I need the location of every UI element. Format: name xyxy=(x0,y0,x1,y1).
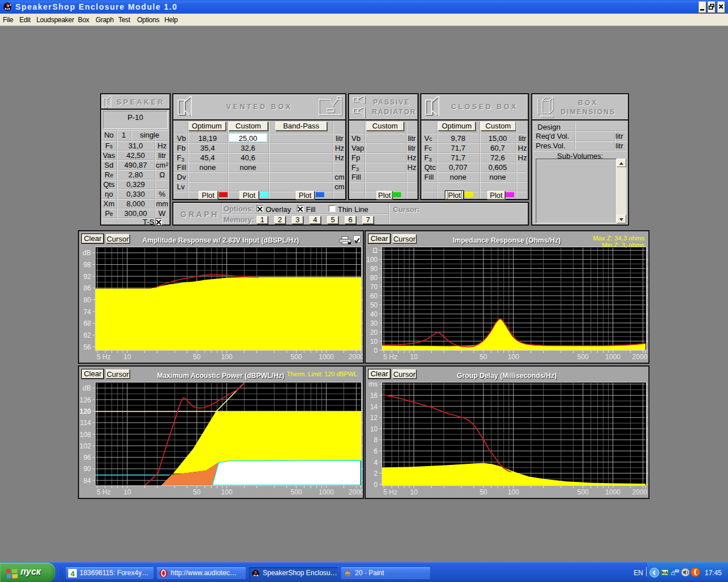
svg-text:90: 90 xyxy=(84,465,92,473)
svg-text:5 Hz: 5 Hz xyxy=(97,488,111,496)
svg-text:108: 108 xyxy=(80,431,91,439)
svg-text:1000: 1000 xyxy=(605,488,621,496)
svg-text:98: 98 xyxy=(84,261,92,269)
svg-text:14: 14 xyxy=(370,403,378,411)
svg-text:80: 80 xyxy=(84,296,92,304)
svg-text:4: 4 xyxy=(71,569,75,578)
svg-text:4: 4 xyxy=(374,459,378,467)
svg-text:16: 16 xyxy=(370,392,378,400)
svg-text:50: 50 xyxy=(193,353,201,361)
svg-text:500: 500 xyxy=(577,353,589,361)
svg-text:0: 0 xyxy=(374,347,378,355)
svg-text:100: 100 xyxy=(508,353,519,361)
svg-text:Min Z: 3, ohms: Min Z: 3, ohms xyxy=(602,242,644,248)
svg-text:2: 2 xyxy=(374,469,378,477)
svg-text:120: 120 xyxy=(80,408,91,415)
svg-text:Impedance Response (Ohms/Hz): Impedance Response (Ohms/Hz) xyxy=(453,236,561,244)
svg-text:126: 126 xyxy=(80,396,91,404)
svg-text:56: 56 xyxy=(84,343,92,351)
svg-text:40: 40 xyxy=(370,310,378,318)
svg-text:Ω: Ω xyxy=(373,247,378,255)
svg-text:2000: 2000 xyxy=(632,353,648,361)
svg-text:100: 100 xyxy=(366,256,378,264)
svg-text:50: 50 xyxy=(479,353,487,361)
svg-text:68: 68 xyxy=(84,319,92,327)
svg-text:100: 100 xyxy=(221,353,233,361)
svg-text:dB: dB xyxy=(82,384,91,392)
svg-text:30: 30 xyxy=(370,319,378,327)
svg-text:2000: 2000 xyxy=(632,488,648,496)
svg-text:102: 102 xyxy=(80,442,91,450)
svg-text:50: 50 xyxy=(193,488,201,496)
svg-text:5 Hz: 5 Hz xyxy=(97,353,111,361)
svg-text:1000: 1000 xyxy=(605,353,621,361)
svg-text:Group Delay (Milliseconds/Hz): Group Delay (Milliseconds/Hz) xyxy=(457,372,556,380)
svg-text:5 Hz: 5 Hz xyxy=(383,488,398,496)
svg-text:84: 84 xyxy=(84,477,92,485)
svg-text:ms: ms xyxy=(369,380,378,388)
svg-text:10: 10 xyxy=(123,488,131,496)
svg-text:100: 100 xyxy=(221,488,233,496)
svg-text:5 Hz: 5 Hz xyxy=(383,353,398,361)
svg-text:NA: NA xyxy=(662,570,668,575)
svg-text:80: 80 xyxy=(370,274,378,282)
svg-text:92: 92 xyxy=(84,273,92,281)
svg-text:Therm. Limit: 120 dBPWL: Therm. Limit: 120 dBPWL xyxy=(287,371,357,377)
svg-text:96: 96 xyxy=(84,454,92,462)
svg-text:90: 90 xyxy=(370,265,378,273)
svg-text:10: 10 xyxy=(410,488,418,496)
svg-text:dB: dB xyxy=(82,249,91,257)
svg-text:Amplitude Response w/ 2.83V In: Amplitude Response w/ 2.83V Input (dBSPL… xyxy=(142,236,299,244)
svg-text:114: 114 xyxy=(80,419,91,427)
svg-text:6: 6 xyxy=(374,447,378,455)
svg-text:1000: 1000 xyxy=(318,488,334,496)
svg-text:12: 12 xyxy=(370,414,378,422)
svg-text:10: 10 xyxy=(370,338,378,346)
svg-text:50: 50 xyxy=(479,488,487,496)
svg-text:10: 10 xyxy=(123,353,131,361)
svg-text:100: 100 xyxy=(508,488,519,496)
svg-text:74: 74 xyxy=(84,308,92,316)
svg-text:1000: 1000 xyxy=(318,353,334,361)
svg-text:62: 62 xyxy=(84,331,92,339)
svg-text:10: 10 xyxy=(410,353,418,361)
svg-text:86: 86 xyxy=(84,284,92,292)
svg-text:60: 60 xyxy=(370,292,378,300)
svg-text:Maximum Acoustic Power (dBPWL/: Maximum Acoustic Power (dBPWL/Hz) xyxy=(157,372,284,380)
svg-text:50: 50 xyxy=(370,301,378,309)
svg-text:0: 0 xyxy=(374,481,378,489)
svg-text:500: 500 xyxy=(291,488,302,496)
svg-text:500: 500 xyxy=(291,353,302,361)
svg-text:20: 20 xyxy=(370,329,378,336)
svg-text:2000: 2000 xyxy=(349,353,363,361)
svg-text:500: 500 xyxy=(577,488,589,496)
svg-text:8: 8 xyxy=(374,436,378,444)
svg-text:Max Z: 34,3 ohms: Max Z: 34,3 ohms xyxy=(593,235,645,242)
svg-text:10: 10 xyxy=(370,425,378,433)
svg-text:2000: 2000 xyxy=(349,488,363,496)
svg-text:70: 70 xyxy=(370,283,378,291)
